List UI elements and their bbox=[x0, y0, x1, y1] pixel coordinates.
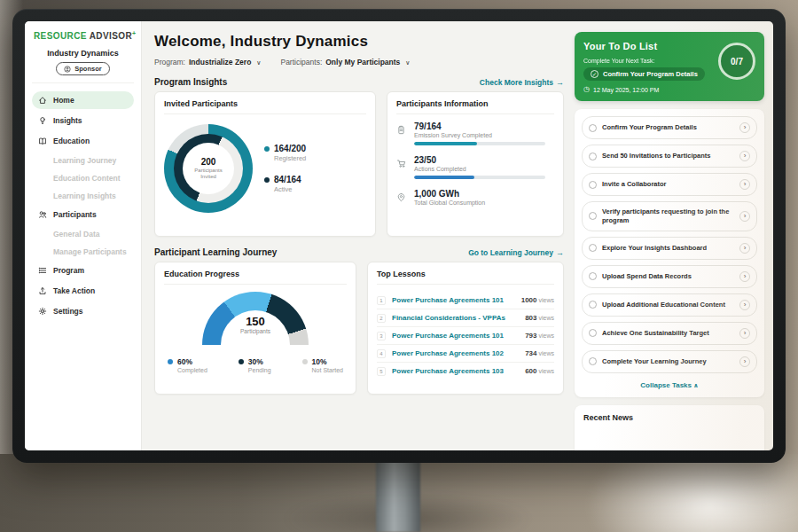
sidebar-item-learning-journey[interactable]: Learning Journey bbox=[32, 153, 134, 168]
program-icon bbox=[37, 266, 47, 276]
chevron-right-icon[interactable] bbox=[739, 122, 750, 133]
sidebar-item-learning-insights[interactable]: Learning Insights bbox=[32, 188, 134, 203]
chevron-right-icon[interactable] bbox=[739, 243, 750, 254]
legend-label: Active bbox=[274, 185, 306, 193]
chevron-right-icon[interactable] bbox=[739, 151, 750, 161]
participants-filter[interactable]: Participants: Only My Participants bbox=[280, 58, 410, 66]
chevron-right-icon[interactable] bbox=[739, 271, 750, 282]
task-checkbox[interactable] bbox=[589, 329, 597, 337]
legend-active: 84/164 Active bbox=[264, 175, 306, 193]
lesson-row: 1 Power Purchase Agreements 101 1000view… bbox=[377, 292, 554, 309]
chevron-right-icon[interactable] bbox=[739, 356, 750, 367]
chevron-right-icon[interactable] bbox=[739, 328, 750, 339]
actions-icon bbox=[396, 155, 407, 179]
card-title: Invited Participants bbox=[164, 99, 366, 114]
participants-filter-value: Only My Participants bbox=[325, 58, 400, 66]
nav-label: Learning Insights bbox=[53, 192, 116, 200]
emission-progress-bar bbox=[414, 142, 545, 145]
education-icon bbox=[37, 137, 47, 146]
donut-center-label: Participants Invited bbox=[191, 168, 226, 180]
task-checkbox[interactable] bbox=[589, 153, 597, 160]
task-verify-participants[interactable]: Verify participants requesting to join t… bbox=[582, 201, 757, 231]
legend-label: Registered bbox=[274, 154, 306, 162]
task-upload-spend-data[interactable]: Upload Spend Data Records bbox=[582, 265, 757, 288]
legend-pending: 30% Pending bbox=[239, 357, 271, 373]
gauge-center-label: Participants bbox=[202, 328, 309, 334]
sidebar-item-home[interactable]: Home bbox=[32, 91, 134, 109]
chevron-down-icon bbox=[254, 58, 261, 66]
sidebar-item-participants[interactable]: Participants bbox=[32, 206, 134, 223]
task-explore-insights[interactable]: Explore Your Insights Dashboard bbox=[582, 237, 757, 260]
recent-news-title: Recent News bbox=[583, 413, 755, 422]
task-send-invitations[interactable]: Send 50 Invitations to Participants bbox=[582, 145, 757, 168]
sponsor-badge[interactable]: Sponsor bbox=[56, 62, 109, 75]
gauge-center-value: 150 bbox=[202, 315, 309, 328]
education-gauge-chart: 150 Participants bbox=[202, 292, 309, 347]
participants-information-card: Participants Information 79/164 Emission… bbox=[387, 91, 564, 237]
task-complete-learning-journey[interactable]: Complete Your Learning Journey bbox=[582, 350, 757, 373]
chevron-right-icon[interactable] bbox=[739, 179, 750, 190]
sidebar-item-manage-participants[interactable]: Manage Participants bbox=[32, 244, 134, 259]
scene: RESOURCE ADVISOR+ Industry Dynamics Spon… bbox=[0, 0, 798, 532]
sidebar-item-education[interactable]: Education bbox=[32, 132, 134, 150]
program-insights-header: Program Insights Check More Insights bbox=[154, 77, 564, 87]
lesson-link[interactable]: Power Purchase Agreements 101 bbox=[392, 332, 519, 340]
lesson-row: 4 Power Purchase Agreements 102 734views bbox=[377, 345, 554, 363]
lesson-link[interactable]: Power Purchase Agreements 103 bbox=[392, 367, 519, 375]
nav-label: Insights bbox=[53, 116, 82, 125]
program-filter[interactable]: Program: Industrialize Zero bbox=[154, 58, 261, 66]
legend-value: 84/164 bbox=[274, 175, 301, 184]
lesson-link[interactable]: Financial Considerations - VPPAs bbox=[392, 314, 519, 322]
metric-emission-survey: 79/164 Emission Survey Completed bbox=[396, 121, 554, 145]
section-title: Program Insights bbox=[154, 77, 227, 87]
chevron-right-icon[interactable] bbox=[739, 211, 750, 222]
todo-subtitle: Complete Your Next Task: bbox=[583, 58, 755, 64]
nav-label: Learning Journey bbox=[53, 156, 116, 165]
page-title: Welcome, Industry Dynamics bbox=[154, 33, 564, 51]
sidebar-item-settings[interactable]: Settings bbox=[32, 302, 134, 320]
task-upload-educational-content[interactable]: Upload Additional Educational Content bbox=[582, 293, 757, 317]
task-checkbox[interactable] bbox=[589, 244, 597, 252]
sidebar: RESOURCE ADVISOR+ Industry Dynamics Spon… bbox=[25, 21, 142, 450]
legend-dot-completed bbox=[168, 359, 173, 364]
nav-label: Settings bbox=[53, 307, 83, 316]
link-label: Go to Learning Journey bbox=[468, 248, 553, 257]
clock-icon bbox=[583, 86, 590, 93]
legend-label: Completed bbox=[177, 367, 207, 373]
lesson-rank: 5 bbox=[377, 367, 386, 376]
sidebar-item-insights[interactable]: Insights bbox=[32, 112, 134, 129]
todo-panel: Your To Do List 0/7 Complete Your Next T… bbox=[575, 21, 773, 450]
lesson-views: 803views bbox=[525, 314, 554, 322]
task-checkbox[interactable] bbox=[589, 357, 597, 365]
lesson-link[interactable]: Power Purchase Agreements 102 bbox=[392, 349, 519, 357]
go-to-learning-journey-link[interactable]: Go to Learning Journey bbox=[468, 248, 564, 257]
task-checkbox[interactable] bbox=[589, 272, 597, 280]
task-achieve-sustainability-target[interactable]: Achieve One Sustainability Target bbox=[582, 322, 757, 345]
collapse-tasks-link[interactable]: Collapse Tasks bbox=[582, 379, 757, 390]
nav-label: Education Content bbox=[53, 174, 121, 183]
sidebar-item-education-content[interactable]: Education Content bbox=[32, 170, 134, 185]
task-checkbox[interactable] bbox=[589, 181, 597, 189]
sidebar-item-program[interactable]: Program bbox=[32, 262, 134, 279]
next-task-label: Confirm Your Program Details bbox=[603, 70, 698, 78]
lesson-link[interactable]: Power Purchase Agreements 101 bbox=[392, 296, 515, 304]
take-action-icon bbox=[37, 286, 47, 296]
donut-center-value: 200 bbox=[201, 157, 216, 167]
nav-label: Take Action bbox=[53, 286, 95, 295]
monitor-bezel: RESOURCE ADVISOR+ Industry Dynamics Spon… bbox=[12, 9, 786, 463]
next-task-pill[interactable]: Confirm Your Program Details bbox=[583, 67, 705, 81]
arrow-right-icon bbox=[556, 248, 564, 257]
sidebar-item-general-data[interactable]: General Data bbox=[32, 226, 134, 241]
legend-value: 164/200 bbox=[274, 144, 306, 153]
task-invite-collaborator[interactable]: Invite a Collaborator bbox=[582, 173, 757, 196]
chevron-right-icon[interactable] bbox=[739, 300, 750, 310]
task-checkbox[interactable] bbox=[589, 301, 597, 309]
task-checkbox[interactable] bbox=[589, 124, 597, 132]
sidebar-item-take-action[interactable]: Take Action bbox=[32, 282, 134, 300]
link-label: Check More Insights bbox=[480, 78, 553, 87]
check-more-insights-link[interactable]: Check More Insights bbox=[480, 78, 564, 87]
task-label: Invite a Collaborator bbox=[602, 180, 734, 189]
metric-value: 79/164 bbox=[414, 121, 545, 131]
task-checkbox[interactable] bbox=[589, 212, 597, 220]
task-confirm-program-details[interactable]: Confirm Your Program Details bbox=[582, 116, 757, 139]
